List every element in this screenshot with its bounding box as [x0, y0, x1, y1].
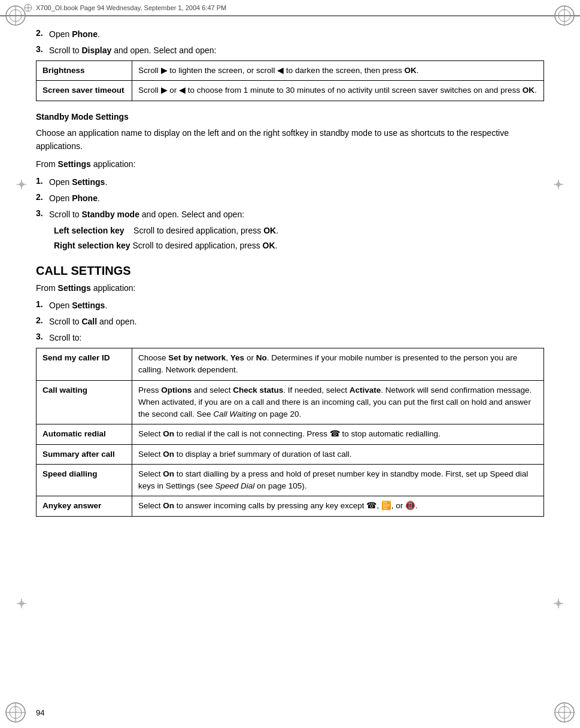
caller-id-content: Choose Set by network, Yes or No. Determ…	[132, 348, 544, 381]
call-step-3: 3. Scroll to:	[36, 332, 544, 344]
step-2-num: 2.	[36, 28, 47, 38]
right-crosshair-bottom	[554, 599, 563, 608]
brightness-content: Scroll ▶ to lighten the screen, or scrol…	[132, 61, 544, 81]
summary-label: Summary after call	[37, 444, 132, 464]
standby-step-3-num: 3.	[36, 208, 47, 218]
header-text: X700_OI.book Page 94 Wednesday, Septembe…	[36, 4, 226, 11]
right-selection-key-item: Right selection key Scroll to desired ap…	[54, 239, 544, 252]
standby-step-2: 2. Open Phone.	[36, 192, 544, 205]
call-settings-para: From Settings application:	[36, 281, 544, 295]
standby-para1: Choose an application name to display on…	[36, 126, 544, 153]
page-number: 94	[36, 708, 44, 717]
caller-id-label: Send my caller ID	[37, 348, 132, 381]
call-step-2-text: Scroll to Call and open.	[49, 316, 136, 328]
standby-step-1-text: Open Settings.	[49, 176, 107, 189]
step-3-text: Scroll to Display and open. Select and o…	[49, 44, 216, 57]
standby-step-3-text: Scroll to Standby mode and open. Select …	[49, 208, 244, 221]
step-2-text: Open Phone.	[49, 28, 100, 41]
call-step-2-num: 2.	[36, 316, 47, 325]
screen-saver-label: Screen saver timeout	[37, 81, 132, 101]
call-step-3-text: Scroll to:	[49, 332, 81, 344]
call-waiting-label: Call waiting	[37, 380, 132, 424]
standby-step-1-num: 1.	[36, 176, 47, 186]
display-settings-table: Brightness Scroll ▶ to lighten the scree…	[36, 60, 544, 101]
call-step-1-text: Open Settings.	[49, 299, 107, 312]
anykey-label: Anykey answer	[37, 496, 132, 516]
summary-content: Select On to display a brief summary of …	[132, 444, 544, 464]
table-row-caller-id: Send my caller ID Choose Set by network,…	[37, 348, 544, 381]
standby-step-3: 3. Scroll to Standby mode and open. Sele…	[36, 208, 544, 221]
table-row-brightness: Brightness Scroll ▶ to lighten the scree…	[37, 61, 544, 81]
call-settings-table: Send my caller ID Choose Set by network,…	[36, 348, 544, 517]
top-right-decoration	[554, 5, 575, 26]
table-row-screen-saver: Screen saver timeout Scroll ▶ or ◀ to ch…	[37, 81, 544, 101]
standby-mode-title: Standby Mode Settings	[36, 112, 544, 122]
table-row-summary-after-call: Summary after call Select On to display …	[37, 444, 544, 464]
auto-redial-label: Automatic redial	[37, 424, 132, 444]
content-area: 2. Open Phone. 3. Scroll to Display and …	[0, 16, 580, 551]
step-3: 3. Scroll to Display and open. Select an…	[36, 44, 544, 57]
page-header: X700_OI.book Page 94 Wednesday, Septembe…	[0, 0, 580, 16]
step-3-num: 3.	[36, 44, 47, 54]
screen-saver-content: Scroll ▶ or ◀ to choose from 1 minute to…	[132, 81, 544, 101]
brightness-label: Brightness	[37, 61, 132, 81]
call-step-3-num: 3.	[36, 332, 47, 341]
standby-step-2-text: Open Phone.	[49, 192, 100, 205]
anykey-content: Select On to answer incoming calls by pr…	[132, 496, 544, 516]
call-step-1-num: 1.	[36, 299, 47, 309]
top-left-decoration	[5, 5, 26, 26]
call-settings-heading: CALL SETTINGS	[36, 264, 544, 278]
call-waiting-content: Press Options and select Check status. I…	[132, 380, 544, 424]
auto-redial-content: Select On to redial if the call is not c…	[132, 424, 544, 444]
table-row-anykey-answer: Anykey answer Select On to answer incomi…	[37, 496, 544, 516]
left-selection-key-item: Left selection key Scroll to desired app…	[54, 225, 544, 237]
table-row-speed-dialling: Speed dialling Select On to start dialli…	[37, 464, 544, 496]
left-crosshair-top	[17, 180, 26, 189]
left-crosshair-bottom	[17, 599, 26, 608]
step-2: 2. Open Phone.	[36, 28, 544, 41]
speed-dialling-label: Speed dialling	[37, 464, 132, 496]
table-row-auto-redial: Automatic redial Select On to redial if …	[37, 424, 544, 444]
call-step-2: 2. Scroll to Call and open.	[36, 316, 544, 328]
bottom-right-decoration	[554, 702, 575, 723]
right-crosshair-top	[554, 180, 563, 189]
call-step-1: 1. Open Settings.	[36, 299, 544, 312]
standby-step-2-num: 2.	[36, 192, 47, 202]
speed-dialling-content: Select On to start dialling by a press a…	[132, 464, 544, 496]
bottom-left-decoration	[5, 702, 26, 723]
table-row-call-waiting: Call waiting Press Options and select Ch…	[37, 380, 544, 424]
standby-para2: From Settings application:	[36, 157, 544, 171]
standby-step-1: 1. Open Settings.	[36, 176, 544, 189]
